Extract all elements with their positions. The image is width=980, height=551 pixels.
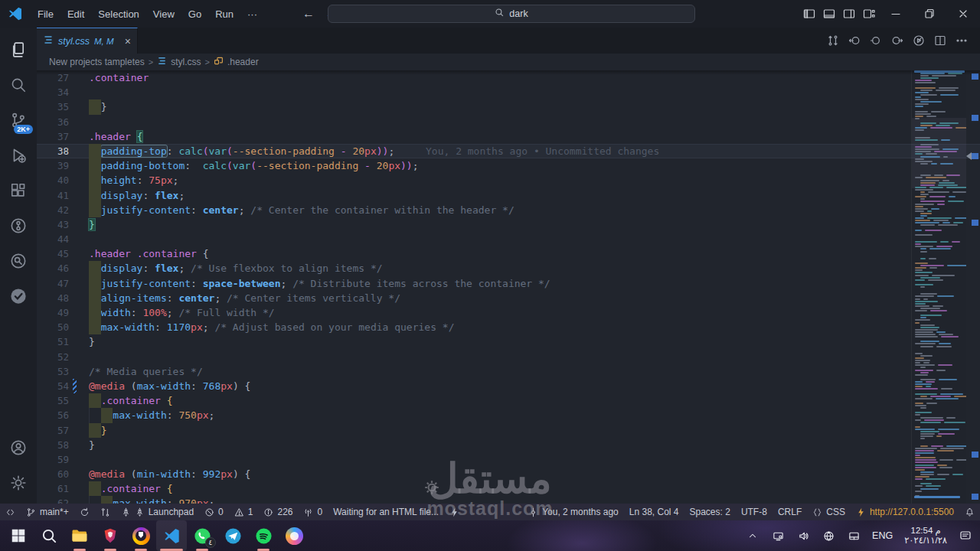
- line-number[interactable]: 46: [37, 261, 69, 276]
- activity-bar-files-icon[interactable]: [0, 32, 37, 67]
- line-number[interactable]: 39: [37, 158, 69, 173]
- open-change-icon[interactable]: [868, 33, 884, 48]
- status-0[interactable]: 0: [298, 504, 328, 520]
- more-actions-icon[interactable]: [954, 33, 969, 48]
- code-line-61[interactable]: 61 .container {: [37, 481, 980, 496]
- status-bell-icon[interactable]: [959, 504, 980, 520]
- layout-sidebar-left-button[interactable]: [799, 4, 819, 24]
- cast-icon[interactable]: [768, 525, 788, 546]
- line-number[interactable]: 55: [37, 393, 69, 408]
- speaker-icon[interactable]: [793, 525, 813, 546]
- line-number[interactable]: 45: [37, 246, 69, 261]
- menu-item-selection[interactable]: Selection: [91, 5, 145, 24]
- code-line-46[interactable]: 46 display: flex; /* Use flexbox to alig…: [37, 261, 980, 276]
- code-line-40[interactable]: 40 height: 75px;: [37, 173, 980, 187]
- line-number[interactable]: 42: [37, 203, 69, 217]
- code-line-27[interactable]: 27.container: [37, 70, 980, 85]
- next-change-icon[interactable]: [890, 33, 905, 48]
- activity-bar-search-icon[interactable]: [0, 67, 37, 103]
- code-line-58[interactable]: 58}: [37, 438, 980, 452]
- line-number[interactable]: 48: [37, 291, 69, 305]
- line-number[interactable]: 35: [37, 99, 69, 114]
- previous-change-icon[interactable]: [847, 33, 862, 48]
- line-number[interactable]: 56: [37, 408, 69, 422]
- code-editor[interactable]: 27.container3435 }3637.header {38 paddin…: [37, 70, 980, 504]
- nav-back-button[interactable]: ←: [301, 7, 316, 21]
- line-number[interactable]: 27: [37, 70, 69, 85]
- activity-bar-gitlens-inspect-icon[interactable]: [0, 243, 37, 279]
- code-line-48[interactable]: 48 align-items: center; /* Center items …: [37, 291, 980, 305]
- code-line-59[interactable]: 59: [37, 452, 980, 467]
- layout-custom-button[interactable]: [859, 4, 879, 24]
- activity-bar-extensions-icon[interactable]: [0, 173, 37, 208]
- line-number[interactable]: 36: [37, 115, 69, 129]
- line-number[interactable]: 43: [37, 217, 69, 232]
- code-line-42[interactable]: 42 justify-content: center; /* Center th…: [37, 203, 980, 217]
- code-line-52[interactable]: 52: [37, 350, 980, 364]
- code-line-44[interactable]: 44: [37, 232, 980, 246]
- menu-item-run[interactable]: Run: [208, 5, 240, 24]
- line-number[interactable]: 53: [37, 364, 69, 379]
- code-line-36[interactable]: 36: [37, 115, 980, 129]
- status-sync-icon[interactable]: [74, 504, 95, 520]
- taskbar-app-spotify[interactable]: [248, 520, 279, 551]
- tab-close-button[interactable]: ×: [125, 35, 131, 47]
- taskbar-app-vscode[interactable]: [156, 520, 187, 551]
- code-line-45[interactable]: 45.header .container {: [37, 246, 980, 261]
- menu-item-[interactable]: ···: [240, 5, 264, 24]
- status-1[interactable]: 1: [229, 504, 259, 520]
- code-line-49[interactable]: 49 width: 100%; /* Full width */: [37, 305, 980, 320]
- line-number[interactable]: 62: [37, 496, 69, 504]
- code-line-41[interactable]: 41 display: flex;: [37, 188, 980, 203]
- status-main[interactable]: main*+: [21, 504, 74, 520]
- breadcrumb-symbol[interactable]: .header: [227, 57, 259, 67]
- code-line-47[interactable]: 47 justify-content: space-between; /* Di…: [37, 276, 980, 291]
- status-0[interactable]: 0: [199, 504, 229, 520]
- line-number[interactable]: 50: [37, 320, 69, 334]
- menu-item-file[interactable]: File: [31, 5, 60, 24]
- code-line-43[interactable]: 43}: [37, 217, 980, 232]
- line-number[interactable]: 49: [37, 305, 69, 320]
- touchpad-icon[interactable]: [844, 525, 864, 546]
- line-number[interactable]: 61: [37, 481, 69, 496]
- status-zap-icon[interactable]: [444, 504, 465, 520]
- layout-sidebar-right-button[interactable]: [839, 4, 859, 24]
- status-226[interactable]: 226: [258, 504, 298, 520]
- status-waiting-for-an-html-file[interactable]: Waiting for an HTML file...: [328, 504, 444, 520]
- activity-bar-check-circle-icon[interactable]: [0, 279, 37, 314]
- activity-bar-gitlens-icon[interactable]: [0, 208, 37, 243]
- code-line-60[interactable]: 60@media (min-width: 992px) {: [37, 467, 980, 481]
- code-line-51[interactable]: 51}: [37, 334, 980, 349]
- code-line-53[interactable]: 53/* Media queries */: [37, 364, 980, 379]
- taskbar-app-explorer[interactable]: [64, 520, 95, 551]
- line-number[interactable]: 47: [37, 276, 69, 291]
- minimize-button[interactable]: [879, 0, 913, 28]
- activity-bar-settings-gear-icon[interactable]: [0, 465, 37, 500]
- line-number[interactable]: 40: [37, 173, 69, 187]
- status-you-2-months-ago[interactable]: You, 2 months ago: [523, 504, 624, 520]
- notifications-icon[interactable]: [956, 525, 975, 546]
- line-number[interactable]: 60: [37, 467, 69, 481]
- activity-bar-source-control-icon[interactable]: 2K+: [0, 103, 37, 138]
- line-number[interactable]: 41: [37, 188, 69, 203]
- line-number[interactable]: 51: [37, 334, 69, 349]
- status-launchpad[interactable]: Launchpad: [116, 504, 199, 520]
- status-remote-icon[interactable]: [0, 504, 21, 520]
- status-http-127-0-0-1-5500[interactable]: http://127.0.0.1:5500: [851, 504, 959, 520]
- code-line-56[interactable]: 56 max-width: 750px;: [37, 408, 980, 422]
- taskbar-app-brave[interactable]: [95, 520, 126, 551]
- line-number[interactable]: 52: [37, 350, 69, 364]
- line-number[interactable]: 57: [37, 423, 69, 438]
- network-globe-icon[interactable]: [818, 525, 838, 546]
- breadcrumb-file[interactable]: styl.css: [171, 57, 201, 67]
- taskbar-app-copilot[interactable]: [279, 520, 309, 551]
- code-line-50[interactable]: 50 max-width: 1170px; /* Adjust based on…: [37, 320, 980, 334]
- menu-item-view[interactable]: View: [146, 5, 181, 24]
- breadcrumb-folder[interactable]: New projects tampletes: [49, 57, 145, 67]
- command-search-box[interactable]: dark: [328, 5, 695, 23]
- code-line-57[interactable]: 57 }: [37, 423, 980, 438]
- clock[interactable]: 12:54 م ٢٠٢٤/١١/٢٨: [901, 526, 950, 546]
- status-ln-38-col-4[interactable]: Ln 38, Col 4: [624, 504, 684, 520]
- activity-bar-account-icon[interactable]: [0, 430, 37, 465]
- taskbar-app-secure-browser[interactable]: [126, 520, 156, 551]
